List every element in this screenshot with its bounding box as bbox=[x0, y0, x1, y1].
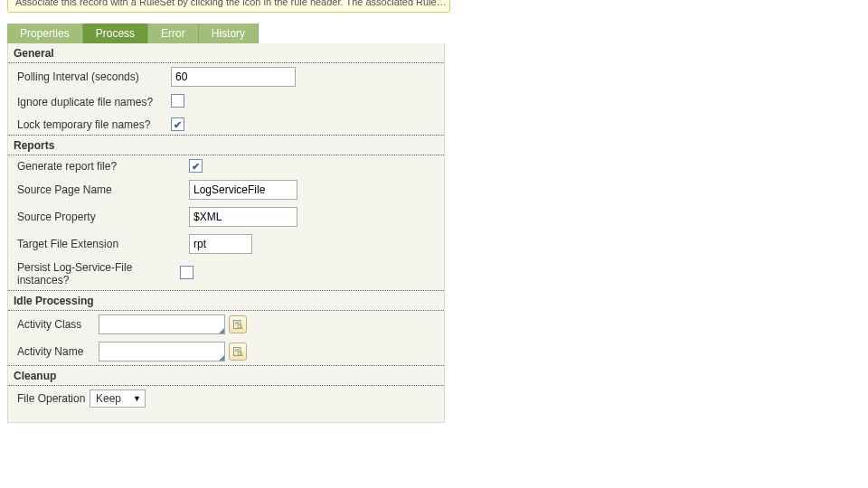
check-icon: ✔ bbox=[192, 162, 200, 171]
tab-content-process: General Polling Interval (seconds) Ignor… bbox=[7, 43, 445, 423]
ignore-dup-checkbox[interactable] bbox=[171, 94, 184, 108]
autocomplete-corner-icon bbox=[219, 355, 224, 361]
section-idle-header: Idle Processing bbox=[8, 290, 444, 311]
svg-line-9 bbox=[241, 355, 243, 357]
activity-name-label: Activity Name bbox=[17, 345, 99, 358]
file-op-select[interactable]: Keep ▼ bbox=[90, 389, 146, 408]
ruleset-hint: Associate this record with a RuleSet by … bbox=[7, 0, 450, 13]
file-op-label: File Operation bbox=[17, 392, 90, 405]
source-page-input[interactable] bbox=[189, 180, 297, 200]
svg-line-4 bbox=[241, 328, 243, 330]
source-prop-label: Source Property bbox=[17, 211, 189, 223]
generate-report-label: Generate report file? bbox=[17, 160, 189, 173]
tab-history[interactable]: History bbox=[199, 23, 259, 43]
section-cleanup-header: Cleanup bbox=[8, 365, 444, 386]
tab-process[interactable]: Process bbox=[83, 23, 148, 43]
autocomplete-corner-icon bbox=[219, 328, 224, 333]
chevron-down-icon: ▼ bbox=[133, 394, 141, 403]
tab-bar: Properties Process Error History bbox=[7, 23, 450, 43]
source-prop-input[interactable] bbox=[189, 207, 297, 227]
section-general-header: General bbox=[8, 43, 444, 63]
lock-temp-label: Lock temporary file names? bbox=[17, 118, 171, 131]
persist-log-checkbox[interactable] bbox=[180, 266, 193, 279]
target-ext-label: Target File Extension bbox=[17, 238, 189, 250]
polling-interval-input[interactable] bbox=[171, 67, 296, 87]
activity-name-input[interactable] bbox=[99, 342, 225, 361]
tab-properties[interactable]: Properties bbox=[7, 23, 83, 43]
lookup-icon bbox=[232, 346, 243, 357]
tab-error[interactable]: Error bbox=[148, 23, 199, 43]
source-page-label: Source Page Name bbox=[17, 183, 189, 196]
polling-interval-label: Polling Interval (seconds) bbox=[17, 70, 171, 83]
activity-class-input[interactable] bbox=[99, 314, 225, 334]
activity-class-lookup-button[interactable] bbox=[229, 315, 247, 333]
check-icon: ✔ bbox=[174, 120, 182, 129]
generate-report-checkbox[interactable]: ✔ bbox=[189, 159, 203, 173]
lock-temp-checkbox[interactable]: ✔ bbox=[171, 117, 184, 131]
persist-log-label: Persist Log-Service-File instances? bbox=[17, 261, 180, 286]
lookup-icon bbox=[232, 319, 243, 330]
target-ext-input[interactable] bbox=[189, 234, 252, 254]
activity-name-lookup-button[interactable] bbox=[229, 343, 247, 361]
ignore-dup-label: Ignore duplicate file names? bbox=[17, 96, 171, 108]
section-reports-header: Reports bbox=[8, 135, 444, 155]
activity-class-label: Activity Class bbox=[17, 318, 99, 331]
file-op-value: Keep bbox=[96, 392, 121, 405]
